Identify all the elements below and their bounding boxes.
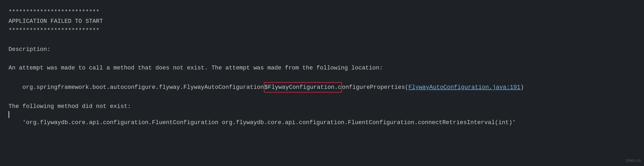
blank-3 (8, 73, 636, 82)
description-label: Description: (8, 45, 636, 54)
following-method-text: The following method did not exist: (8, 102, 636, 111)
watermark: znwx.cn (625, 157, 641, 164)
method-call-prefix: org.springframework.boot.autoconfigure.f… (8, 83, 264, 92)
method-call-suffix: onfigureProperties( (342, 83, 408, 92)
stars-top: ************************** (8, 7, 636, 17)
missing-method-text: 'org.flywaydb.core.api.configuration.Flu… (8, 118, 636, 127)
blank-2 (8, 54, 636, 63)
java-link[interactable]: FlywayAutoConfiguration.java:191 (408, 83, 520, 92)
method-call-end: ) (521, 83, 524, 92)
text-cursor (8, 111, 9, 118)
blank-4 (8, 93, 636, 102)
stars-bottom: ************************** (8, 26, 636, 35)
blank-1 (8, 36, 636, 45)
cursor-line (8, 111, 636, 118)
app-failed-title: APPLICATION FAILED TO START (8, 17, 636, 26)
highlighted-method: $FlywayConfiguration.c (264, 82, 342, 93)
attempt-text: An attempt was made to call a method tha… (8, 63, 636, 73)
method-call-line: org.springframework.boot.autoconfigure.f… (8, 82, 636, 93)
terminal-output: ************************** APPLICATION F… (8, 7, 636, 128)
